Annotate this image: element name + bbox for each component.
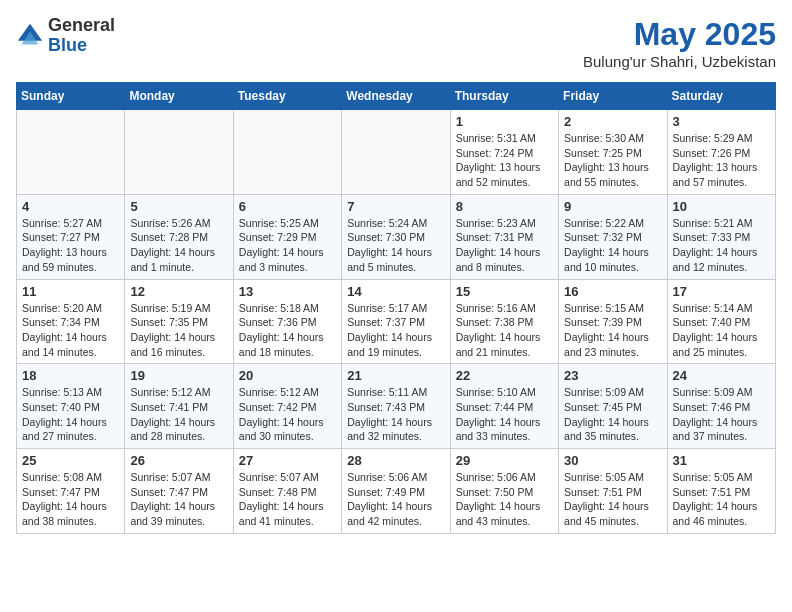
- calendar-cell: 7Sunrise: 5:24 AM Sunset: 7:30 PM Daylig…: [342, 194, 450, 279]
- day-info: Sunrise: 5:07 AM Sunset: 7:47 PM Dayligh…: [130, 470, 227, 529]
- day-number: 5: [130, 199, 227, 214]
- day-info: Sunrise: 5:15 AM Sunset: 7:39 PM Dayligh…: [564, 301, 661, 360]
- day-number: 2: [564, 114, 661, 129]
- day-info: Sunrise: 5:25 AM Sunset: 7:29 PM Dayligh…: [239, 216, 336, 275]
- day-info: Sunrise: 5:20 AM Sunset: 7:34 PM Dayligh…: [22, 301, 119, 360]
- weekday-header: Wednesday: [342, 83, 450, 110]
- calendar-cell: 9Sunrise: 5:22 AM Sunset: 7:32 PM Daylig…: [559, 194, 667, 279]
- calendar-week-row: 1Sunrise: 5:31 AM Sunset: 7:24 PM Daylig…: [17, 110, 776, 195]
- weekday-header-row: SundayMondayTuesdayWednesdayThursdayFrid…: [17, 83, 776, 110]
- calendar-cell: 21Sunrise: 5:11 AM Sunset: 7:43 PM Dayli…: [342, 364, 450, 449]
- day-info: Sunrise: 5:07 AM Sunset: 7:48 PM Dayligh…: [239, 470, 336, 529]
- day-number: 1: [456, 114, 553, 129]
- calendar-cell: 4Sunrise: 5:27 AM Sunset: 7:27 PM Daylig…: [17, 194, 125, 279]
- calendar-cell: 22Sunrise: 5:10 AM Sunset: 7:44 PM Dayli…: [450, 364, 558, 449]
- weekday-header: Friday: [559, 83, 667, 110]
- calendar-cell: 14Sunrise: 5:17 AM Sunset: 7:37 PM Dayli…: [342, 279, 450, 364]
- day-info: Sunrise: 5:09 AM Sunset: 7:46 PM Dayligh…: [673, 385, 770, 444]
- day-number: 21: [347, 368, 444, 383]
- logo-icon: [16, 22, 44, 50]
- page-header: General Blue May 2025 Bulung'ur Shahri, …: [16, 16, 776, 70]
- day-info: Sunrise: 5:17 AM Sunset: 7:37 PM Dayligh…: [347, 301, 444, 360]
- day-info: Sunrise: 5:27 AM Sunset: 7:27 PM Dayligh…: [22, 216, 119, 275]
- calendar-cell: 24Sunrise: 5:09 AM Sunset: 7:46 PM Dayli…: [667, 364, 775, 449]
- calendar-cell: 23Sunrise: 5:09 AM Sunset: 7:45 PM Dayli…: [559, 364, 667, 449]
- day-info: Sunrise: 5:26 AM Sunset: 7:28 PM Dayligh…: [130, 216, 227, 275]
- day-number: 17: [673, 284, 770, 299]
- calendar-cell: 11Sunrise: 5:20 AM Sunset: 7:34 PM Dayli…: [17, 279, 125, 364]
- weekday-header: Monday: [125, 83, 233, 110]
- calendar-cell: 5Sunrise: 5:26 AM Sunset: 7:28 PM Daylig…: [125, 194, 233, 279]
- day-info: Sunrise: 5:10 AM Sunset: 7:44 PM Dayligh…: [456, 385, 553, 444]
- calendar-cell: 1Sunrise: 5:31 AM Sunset: 7:24 PM Daylig…: [450, 110, 558, 195]
- day-number: 20: [239, 368, 336, 383]
- day-info: Sunrise: 5:18 AM Sunset: 7:36 PM Dayligh…: [239, 301, 336, 360]
- day-number: 13: [239, 284, 336, 299]
- day-info: Sunrise: 5:13 AM Sunset: 7:40 PM Dayligh…: [22, 385, 119, 444]
- day-number: 6: [239, 199, 336, 214]
- calendar-cell: 8Sunrise: 5:23 AM Sunset: 7:31 PM Daylig…: [450, 194, 558, 279]
- day-number: 19: [130, 368, 227, 383]
- logo: General Blue: [16, 16, 115, 56]
- day-number: 31: [673, 453, 770, 468]
- calendar-cell: 13Sunrise: 5:18 AM Sunset: 7:36 PM Dayli…: [233, 279, 341, 364]
- day-number: 7: [347, 199, 444, 214]
- day-number: 8: [456, 199, 553, 214]
- calendar-cell: 12Sunrise: 5:19 AM Sunset: 7:35 PM Dayli…: [125, 279, 233, 364]
- day-number: 25: [22, 453, 119, 468]
- day-info: Sunrise: 5:11 AM Sunset: 7:43 PM Dayligh…: [347, 385, 444, 444]
- calendar-cell: [342, 110, 450, 195]
- day-info: Sunrise: 5:06 AM Sunset: 7:50 PM Dayligh…: [456, 470, 553, 529]
- weekday-header: Tuesday: [233, 83, 341, 110]
- day-number: 12: [130, 284, 227, 299]
- calendar-week-row: 25Sunrise: 5:08 AM Sunset: 7:47 PM Dayli…: [17, 449, 776, 534]
- calendar-cell: 20Sunrise: 5:12 AM Sunset: 7:42 PM Dayli…: [233, 364, 341, 449]
- day-number: 3: [673, 114, 770, 129]
- day-info: Sunrise: 5:30 AM Sunset: 7:25 PM Dayligh…: [564, 131, 661, 190]
- day-number: 10: [673, 199, 770, 214]
- day-number: 24: [673, 368, 770, 383]
- calendar-cell: 6Sunrise: 5:25 AM Sunset: 7:29 PM Daylig…: [233, 194, 341, 279]
- day-info: Sunrise: 5:19 AM Sunset: 7:35 PM Dayligh…: [130, 301, 227, 360]
- calendar-cell: 15Sunrise: 5:16 AM Sunset: 7:38 PM Dayli…: [450, 279, 558, 364]
- day-info: Sunrise: 5:22 AM Sunset: 7:32 PM Dayligh…: [564, 216, 661, 275]
- day-number: 9: [564, 199, 661, 214]
- calendar-cell: [125, 110, 233, 195]
- calendar-cell: 26Sunrise: 5:07 AM Sunset: 7:47 PM Dayli…: [125, 449, 233, 534]
- day-number: 23: [564, 368, 661, 383]
- day-number: 26: [130, 453, 227, 468]
- day-info: Sunrise: 5:16 AM Sunset: 7:38 PM Dayligh…: [456, 301, 553, 360]
- calendar-cell: 16Sunrise: 5:15 AM Sunset: 7:39 PM Dayli…: [559, 279, 667, 364]
- day-info: Sunrise: 5:14 AM Sunset: 7:40 PM Dayligh…: [673, 301, 770, 360]
- day-info: Sunrise: 5:05 AM Sunset: 7:51 PM Dayligh…: [564, 470, 661, 529]
- calendar-cell: 30Sunrise: 5:05 AM Sunset: 7:51 PM Dayli…: [559, 449, 667, 534]
- day-info: Sunrise: 5:09 AM Sunset: 7:45 PM Dayligh…: [564, 385, 661, 444]
- day-info: Sunrise: 5:05 AM Sunset: 7:51 PM Dayligh…: [673, 470, 770, 529]
- day-number: 29: [456, 453, 553, 468]
- calendar-cell: [17, 110, 125, 195]
- day-number: 14: [347, 284, 444, 299]
- day-info: Sunrise: 5:29 AM Sunset: 7:26 PM Dayligh…: [673, 131, 770, 190]
- calendar-cell: 18Sunrise: 5:13 AM Sunset: 7:40 PM Dayli…: [17, 364, 125, 449]
- calendar-cell: 3Sunrise: 5:29 AM Sunset: 7:26 PM Daylig…: [667, 110, 775, 195]
- day-info: Sunrise: 5:21 AM Sunset: 7:33 PM Dayligh…: [673, 216, 770, 275]
- calendar-table: SundayMondayTuesdayWednesdayThursdayFrid…: [16, 82, 776, 534]
- logo-general: General: [48, 16, 115, 36]
- day-info: Sunrise: 5:31 AM Sunset: 7:24 PM Dayligh…: [456, 131, 553, 190]
- day-number: 15: [456, 284, 553, 299]
- day-number: 11: [22, 284, 119, 299]
- day-number: 22: [456, 368, 553, 383]
- day-number: 18: [22, 368, 119, 383]
- calendar-cell: 19Sunrise: 5:12 AM Sunset: 7:41 PM Dayli…: [125, 364, 233, 449]
- weekday-header: Thursday: [450, 83, 558, 110]
- calendar-cell: 31Sunrise: 5:05 AM Sunset: 7:51 PM Dayli…: [667, 449, 775, 534]
- day-number: 28: [347, 453, 444, 468]
- calendar-cell: 29Sunrise: 5:06 AM Sunset: 7:50 PM Dayli…: [450, 449, 558, 534]
- calendar-cell: 10Sunrise: 5:21 AM Sunset: 7:33 PM Dayli…: [667, 194, 775, 279]
- calendar-week-row: 4Sunrise: 5:27 AM Sunset: 7:27 PM Daylig…: [17, 194, 776, 279]
- weekday-header: Saturday: [667, 83, 775, 110]
- calendar-week-row: 18Sunrise: 5:13 AM Sunset: 7:40 PM Dayli…: [17, 364, 776, 449]
- day-info: Sunrise: 5:06 AM Sunset: 7:49 PM Dayligh…: [347, 470, 444, 529]
- calendar-cell: 28Sunrise: 5:06 AM Sunset: 7:49 PM Dayli…: [342, 449, 450, 534]
- day-number: 4: [22, 199, 119, 214]
